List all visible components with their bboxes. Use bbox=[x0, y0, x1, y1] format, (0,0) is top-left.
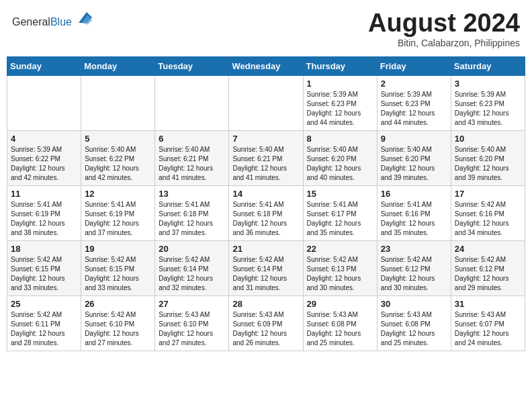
day-number: 25 bbox=[11, 299, 77, 309]
day-info: Sunrise: 5:40 AMSunset: 6:21 PMDaylight:… bbox=[232, 145, 299, 183]
weekday-header-thursday: Thursday bbox=[303, 56, 377, 75]
calendar-day-cell: 13Sunrise: 5:41 AMSunset: 6:18 PMDayligh… bbox=[155, 185, 229, 240]
calendar-day-cell: 1Sunrise: 5:39 AMSunset: 6:23 PMDaylight… bbox=[303, 75, 377, 130]
calendar-day-cell: 24Sunrise: 5:42 AMSunset: 6:12 PMDayligh… bbox=[451, 240, 525, 295]
day-info: Sunrise: 5:42 AMSunset: 6:16 PMDaylight:… bbox=[455, 200, 521, 238]
calendar-day-cell: 10Sunrise: 5:40 AMSunset: 6:20 PMDayligh… bbox=[451, 130, 525, 185]
day-number: 5 bbox=[85, 134, 151, 144]
day-number: 28 bbox=[232, 299, 299, 309]
day-number: 1 bbox=[307, 79, 373, 89]
day-info: Sunrise: 5:40 AMSunset: 6:20 PMDaylight:… bbox=[455, 145, 521, 183]
calendar-day-cell: 5Sunrise: 5:40 AMSunset: 6:22 PMDaylight… bbox=[81, 130, 155, 185]
calendar-day-cell: 14Sunrise: 5:41 AMSunset: 6:18 PMDayligh… bbox=[229, 185, 303, 240]
day-info: Sunrise: 5:41 AMSunset: 6:17 PMDaylight:… bbox=[307, 200, 373, 238]
day-number: 18 bbox=[11, 244, 77, 254]
calendar-day-cell: 2Sunrise: 5:39 AMSunset: 6:23 PMDaylight… bbox=[377, 75, 451, 130]
calendar-day-cell: 19Sunrise: 5:42 AMSunset: 6:15 PMDayligh… bbox=[81, 240, 155, 295]
day-info: Sunrise: 5:42 AMSunset: 6:15 PMDaylight:… bbox=[11, 255, 77, 293]
day-number: 13 bbox=[159, 189, 225, 199]
day-info: Sunrise: 5:42 AMSunset: 6:12 PMDaylight:… bbox=[381, 255, 447, 293]
day-info: Sunrise: 5:43 AMSunset: 6:10 PMDaylight:… bbox=[159, 310, 225, 348]
day-number: 22 bbox=[307, 244, 373, 254]
calendar-day-cell: 12Sunrise: 5:41 AMSunset: 6:19 PMDayligh… bbox=[81, 185, 155, 240]
day-info: Sunrise: 5:40 AMSunset: 6:21 PMDaylight:… bbox=[159, 145, 225, 183]
logo-icon bbox=[76, 9, 92, 26]
calendar-day-cell: 23Sunrise: 5:42 AMSunset: 6:12 PMDayligh… bbox=[377, 240, 451, 295]
calendar-day-cell: 6Sunrise: 5:40 AMSunset: 6:21 PMDaylight… bbox=[155, 130, 229, 185]
day-info: Sunrise: 5:40 AMSunset: 6:20 PMDaylight:… bbox=[307, 145, 373, 183]
calendar-week-4: 18Sunrise: 5:42 AMSunset: 6:15 PMDayligh… bbox=[7, 240, 525, 295]
day-info: Sunrise: 5:43 AMSunset: 6:09 PMDaylight:… bbox=[232, 310, 299, 348]
day-number: 17 bbox=[455, 189, 521, 199]
day-info: Sunrise: 5:41 AMSunset: 6:16 PMDaylight:… bbox=[381, 200, 447, 238]
day-number: 31 bbox=[455, 299, 521, 309]
day-info: Sunrise: 5:43 AMSunset: 6:07 PMDaylight:… bbox=[455, 310, 521, 348]
day-number: 19 bbox=[85, 244, 151, 254]
calendar-day-cell: 30Sunrise: 5:43 AMSunset: 6:08 PMDayligh… bbox=[377, 295, 451, 351]
day-number: 27 bbox=[159, 299, 225, 309]
day-info: Sunrise: 5:39 AMSunset: 6:22 PMDaylight:… bbox=[11, 145, 77, 183]
day-info: Sunrise: 5:41 AMSunset: 6:19 PMDaylight:… bbox=[85, 200, 151, 238]
calendar-day-cell: 31Sunrise: 5:43 AMSunset: 6:07 PMDayligh… bbox=[451, 295, 525, 351]
day-number: 23 bbox=[381, 244, 447, 254]
day-number: 9 bbox=[381, 134, 447, 144]
day-info: Sunrise: 5:41 AMSunset: 6:18 PMDaylight:… bbox=[159, 200, 225, 238]
calendar-day-cell: 17Sunrise: 5:42 AMSunset: 6:16 PMDayligh… bbox=[451, 185, 525, 240]
day-number: 24 bbox=[455, 244, 521, 254]
calendar-day-cell: 21Sunrise: 5:42 AMSunset: 6:14 PMDayligh… bbox=[229, 240, 303, 295]
day-info: Sunrise: 5:43 AMSunset: 6:08 PMDaylight:… bbox=[381, 310, 447, 348]
calendar-day-cell: 27Sunrise: 5:43 AMSunset: 6:10 PMDayligh… bbox=[155, 295, 229, 351]
day-info: Sunrise: 5:42 AMSunset: 6:15 PMDaylight:… bbox=[85, 255, 151, 293]
calendar-table: SundayMondayTuesdayWednesdayThursdayFrid… bbox=[7, 56, 525, 351]
weekday-header-friday: Friday bbox=[377, 56, 451, 75]
day-number: 14 bbox=[232, 189, 299, 199]
calendar-week-2: 4Sunrise: 5:39 AMSunset: 6:22 PMDaylight… bbox=[7, 130, 525, 185]
logo: GeneralBlue bbox=[12, 9, 92, 28]
calendar-day-cell bbox=[81, 75, 155, 130]
calendar-day-cell: 15Sunrise: 5:41 AMSunset: 6:17 PMDayligh… bbox=[303, 185, 377, 240]
page-header: GeneralBlue August 2024 Bitin, Calabarzo… bbox=[7, 7, 525, 51]
month-title: August 2024 bbox=[368, 9, 520, 38]
day-info: Sunrise: 5:41 AMSunset: 6:19 PMDaylight:… bbox=[11, 200, 77, 238]
day-number: 29 bbox=[307, 299, 373, 309]
calendar-day-cell: 4Sunrise: 5:39 AMSunset: 6:22 PMDaylight… bbox=[7, 130, 81, 185]
day-info: Sunrise: 5:42 AMSunset: 6:10 PMDaylight:… bbox=[85, 310, 151, 348]
logo-blue-text: Blue bbox=[50, 16, 72, 28]
calendar-day-cell bbox=[155, 75, 229, 130]
calendar-day-cell: 25Sunrise: 5:42 AMSunset: 6:11 PMDayligh… bbox=[7, 295, 81, 351]
day-info: Sunrise: 5:39 AMSunset: 6:23 PMDaylight:… bbox=[381, 90, 447, 128]
day-number: 16 bbox=[381, 189, 447, 199]
day-number: 8 bbox=[307, 134, 373, 144]
day-number: 4 bbox=[11, 134, 77, 144]
calendar-day-cell: 3Sunrise: 5:39 AMSunset: 6:23 PMDaylight… bbox=[451, 75, 525, 130]
calendar-week-1: 1Sunrise: 5:39 AMSunset: 6:23 PMDaylight… bbox=[7, 75, 525, 130]
day-info: Sunrise: 5:42 AMSunset: 6:11 PMDaylight:… bbox=[11, 310, 77, 348]
calendar-day-cell bbox=[229, 75, 303, 130]
weekday-header-monday: Monday bbox=[81, 56, 155, 75]
day-number: 26 bbox=[85, 299, 151, 309]
calendar-day-cell: 16Sunrise: 5:41 AMSunset: 6:16 PMDayligh… bbox=[377, 185, 451, 240]
day-number: 3 bbox=[455, 79, 521, 89]
day-info: Sunrise: 5:43 AMSunset: 6:08 PMDaylight:… bbox=[307, 310, 373, 348]
calendar-day-cell: 7Sunrise: 5:40 AMSunset: 6:21 PMDaylight… bbox=[229, 130, 303, 185]
day-info: Sunrise: 5:41 AMSunset: 6:18 PMDaylight:… bbox=[232, 200, 299, 238]
day-number: 20 bbox=[159, 244, 225, 254]
location: Bitin, Calabarzon, Philippines bbox=[368, 38, 520, 48]
weekday-header-wednesday: Wednesday bbox=[229, 56, 303, 75]
day-number: 11 bbox=[11, 189, 77, 199]
calendar-day-cell: 18Sunrise: 5:42 AMSunset: 6:15 PMDayligh… bbox=[7, 240, 81, 295]
calendar-day-cell: 20Sunrise: 5:42 AMSunset: 6:14 PMDayligh… bbox=[155, 240, 229, 295]
day-number: 30 bbox=[381, 299, 447, 309]
day-info: Sunrise: 5:40 AMSunset: 6:22 PMDaylight:… bbox=[85, 145, 151, 183]
day-number: 15 bbox=[307, 189, 373, 199]
day-number: 21 bbox=[232, 244, 299, 254]
day-number: 12 bbox=[85, 189, 151, 199]
day-number: 7 bbox=[232, 134, 299, 144]
title-area: August 2024 Bitin, Calabarzon, Philippin… bbox=[368, 9, 520, 48]
weekday-header-saturday: Saturday bbox=[451, 56, 525, 75]
day-number: 2 bbox=[381, 79, 447, 89]
calendar-day-cell bbox=[7, 75, 81, 130]
calendar-day-cell: 9Sunrise: 5:40 AMSunset: 6:20 PMDaylight… bbox=[377, 130, 451, 185]
day-info: Sunrise: 5:42 AMSunset: 6:12 PMDaylight:… bbox=[455, 255, 521, 293]
day-number: 6 bbox=[159, 134, 225, 144]
